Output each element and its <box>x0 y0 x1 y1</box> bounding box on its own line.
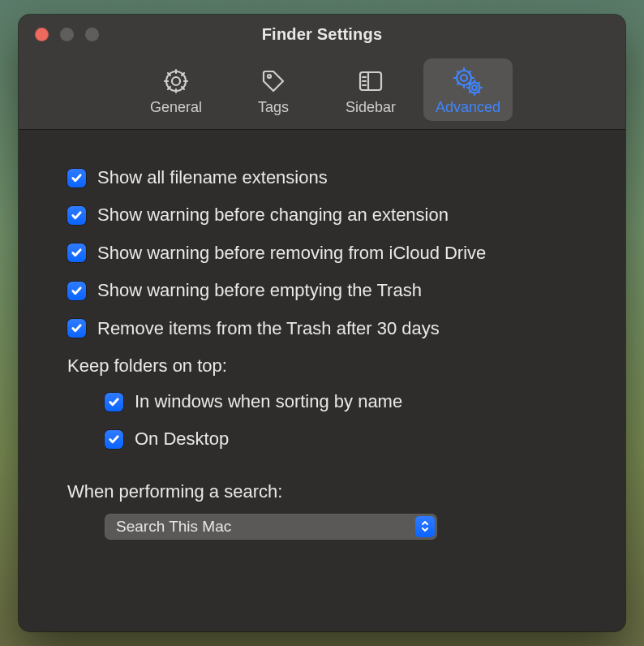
gear-icon <box>160 65 192 97</box>
tab-tags[interactable]: Tags <box>229 58 318 121</box>
checkmark-icon <box>67 243 86 262</box>
tab-label: Tags <box>258 99 289 116</box>
search-scope-select[interactable]: Search This Mac <box>105 514 437 540</box>
up-down-icon <box>415 516 435 537</box>
checkbox-label: Show warning before changing an extensio… <box>97 205 449 226</box>
checkbox-label: In windows when sorting by name <box>135 391 402 412</box>
toolbar: General Tags Sidebar <box>19 54 625 124</box>
checkbox-show-extensions[interactable]: Show all filename extensions <box>67 167 577 188</box>
checkbox-keep-on-desktop[interactable]: On Desktop <box>105 429 577 450</box>
checkmark-icon <box>67 319 86 338</box>
traffic-lights <box>35 28 99 41</box>
titlebar: Finder Settings <box>19 15 625 54</box>
minimize-button[interactable] <box>60 28 74 41</box>
finder-settings-window: Finder Settings General Tags <box>19 15 625 631</box>
tab-advanced[interactable]: Advanced <box>423 58 513 121</box>
checkmark-icon <box>67 169 86 187</box>
checkmark-icon <box>105 393 123 411</box>
content-area: Show all filename extensions Show warnin… <box>19 130 625 572</box>
checkbox-warn-icloud-remove[interactable]: Show warning before removing from iCloud… <box>67 243 577 264</box>
checkbox-label: On Desktop <box>135 429 229 450</box>
checkmark-icon <box>67 206 86 225</box>
tab-label: Advanced <box>436 99 500 116</box>
close-button[interactable] <box>35 28 49 41</box>
tab-label: General <box>150 99 202 116</box>
window-title: Finder Settings <box>262 25 383 44</box>
svg-point-10 <box>472 85 477 90</box>
svg-point-0 <box>172 77 180 85</box>
svg-point-1 <box>166 71 186 91</box>
tab-label: Sidebar <box>346 99 396 116</box>
checkbox-label: Show warning before removing from iCloud… <box>97 243 486 264</box>
gears-icon <box>452 65 484 97</box>
checkbox-label: Show all filename extensions <box>97 167 328 188</box>
checkmark-icon <box>67 282 86 300</box>
checkbox-keep-windows-sort[interactable]: In windows when sorting by name <box>105 391 577 412</box>
checkbox-label: Remove items from the Trash after 30 day… <box>97 318 440 339</box>
checkmark-icon <box>105 430 123 449</box>
keep-folders-on-top-label: Keep folders on top: <box>67 355 577 377</box>
select-value: Search This Mac <box>116 518 231 536</box>
checkbox-warn-empty-trash[interactable]: Show warning before emptying the Trash <box>67 280 577 301</box>
zoom-button[interactable] <box>85 28 99 41</box>
checkbox-label: Show warning before emptying the Trash <box>97 280 422 301</box>
tab-general[interactable]: General <box>131 58 221 121</box>
sidebar-icon <box>354 65 387 97</box>
svg-point-8 <box>461 75 467 81</box>
search-section-label: When performing a search: <box>67 481 577 502</box>
titlebar-area: Finder Settings General Tags <box>19 15 625 130</box>
tab-sidebar[interactable]: Sidebar <box>326 58 415 121</box>
tag-icon <box>257 65 290 97</box>
checkbox-trash-30-days[interactable]: Remove items from the Trash after 30 day… <box>67 318 577 339</box>
svg-point-2 <box>268 75 271 78</box>
checkbox-warn-change-extension[interactable]: Show warning before changing an extensio… <box>67 205 577 226</box>
